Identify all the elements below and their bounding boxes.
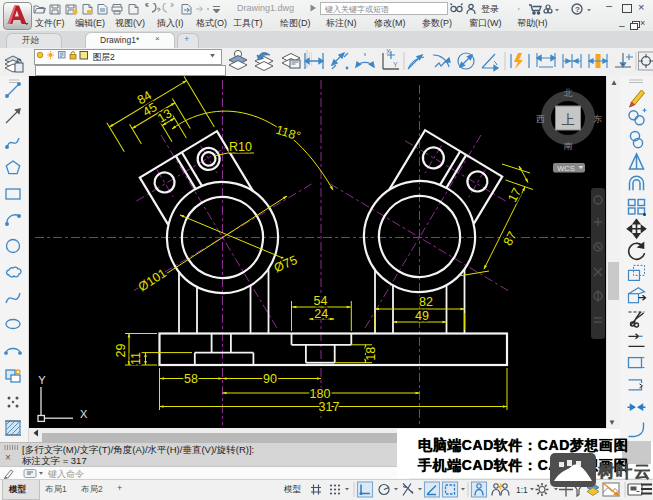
svg-text:82: 82 — [419, 295, 433, 309]
svg-text:Y: Y — [393, 61, 398, 68]
svg-text:X: X — [80, 408, 88, 420]
svg-text:13: 13 — [155, 106, 174, 125]
svg-text:Ø101: Ø101 — [136, 266, 169, 294]
svg-text:Ø75: Ø75 — [272, 253, 299, 275]
svg-text:58: 58 — [184, 372, 198, 386]
svg-text:29: 29 — [114, 344, 128, 358]
svg-text:?: ? — [575, 5, 580, 14]
svg-text:1:1: 1:1 — [516, 485, 528, 495]
svg-text:南: 南 — [564, 141, 573, 151]
svg-text:11: 11 — [129, 352, 143, 365]
svg-text:49: 49 — [415, 309, 429, 323]
svg-text:87: 87 — [501, 229, 520, 248]
svg-text:R10: R10 — [229, 140, 252, 154]
svg-text:118°: 118° — [274, 123, 302, 144]
svg-text:东: 东 — [593, 114, 603, 124]
svg-text:上: 上 — [562, 112, 575, 127]
svg-text:X: X — [386, 48, 391, 55]
svg-text:317: 317 — [319, 400, 340, 414]
svg-text:Y: Y — [38, 374, 46, 386]
svg-text:西: 西 — [536, 114, 545, 124]
svg-text:北: 北 — [564, 88, 573, 98]
svg-text:17: 17 — [505, 186, 524, 205]
svg-text:18: 18 — [364, 347, 378, 361]
svg-text:180: 180 — [310, 387, 331, 401]
svg-text:WCS: WCS — [557, 164, 575, 173]
svg-text:24: 24 — [314, 307, 328, 321]
svg-text:90: 90 — [263, 372, 277, 386]
